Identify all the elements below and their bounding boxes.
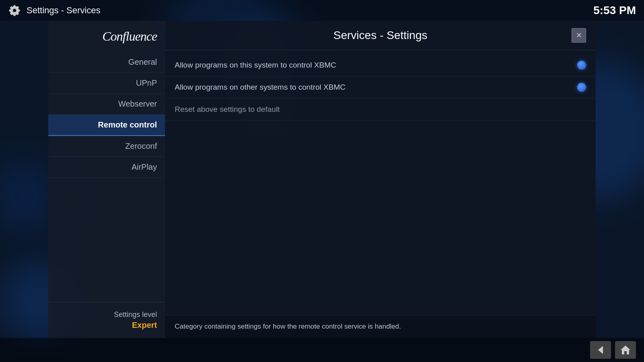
top-bar-title: Settings - Services: [27, 5, 100, 16]
home-icon: [620, 344, 631, 356]
sidebar-item-general[interactable]: General: [48, 52, 165, 73]
setting-row-allow-other-systems[interactable]: Allow programs on other systems to contr…: [165, 76, 596, 99]
svg-marker-0: [598, 346, 603, 354]
toggle-on-indicator-2: [577, 83, 586, 92]
setting-row-allow-this-system[interactable]: Allow programs on this system to control…: [165, 54, 596, 76]
sidebar-item-upnp[interactable]: UPnP: [48, 73, 165, 94]
bottom-bar: [0, 338, 644, 362]
svg-marker-1: [621, 346, 630, 354]
gear-icon: [8, 4, 21, 17]
setting-row-reset-defaults[interactable]: Reset above settings to default: [165, 99, 596, 121]
logo-text: Confluence: [102, 29, 157, 43]
top-bar-left: Settings - Services: [8, 4, 100, 17]
sidebar-item-remote-control[interactable]: Remote control: [48, 115, 165, 136]
logo: Confluence: [102, 29, 165, 44]
dialog: Confluence General UPnP Webserver Remote…: [48, 21, 596, 338]
settings-level-label: Settings level: [48, 311, 157, 319]
settings-level-value: Expert: [48, 321, 157, 330]
setting-label-reset-defaults: Reset above settings to default: [175, 105, 280, 114]
clock: 5:53 PM: [593, 4, 636, 17]
settings-list: Allow programs on this system to control…: [165, 50, 596, 315]
toggle-allow-other-systems[interactable]: [577, 83, 586, 92]
sidebar: Confluence General UPnP Webserver Remote…: [48, 21, 165, 338]
sidebar-item-airplay[interactable]: AirPlay: [48, 157, 165, 178]
sidebar-item-webserver[interactable]: Webserver: [48, 94, 165, 115]
content-header: Services - Settings ✕: [165, 21, 596, 50]
setting-label-allow-this-system: Allow programs on this system to control…: [175, 61, 336, 70]
back-icon: [595, 344, 606, 356]
back-button[interactable]: [590, 341, 611, 359]
sidebar-nav: General UPnP Webserver Remote control Ze…: [48, 52, 165, 302]
toggle-on-indicator: [577, 61, 586, 70]
setting-label-allow-other-systems: Allow programs on other systems to contr…: [175, 83, 346, 92]
settings-level-section: Settings level Expert: [48, 302, 165, 338]
content-panel: Services - Settings ✕ Allow programs on …: [165, 21, 596, 338]
close-button[interactable]: ✕: [572, 28, 586, 43]
description-bar: Category containing settings for how the…: [165, 315, 596, 338]
toggle-allow-this-system[interactable]: [577, 61, 586, 70]
description-text: Category containing settings for how the…: [175, 323, 401, 330]
top-bar: Settings - Services 5:53 PM: [0, 0, 644, 21]
home-button[interactable]: [615, 341, 636, 359]
sidebar-item-zeroconf[interactable]: Zeroconf: [48, 136, 165, 157]
content-title: Services - Settings: [189, 29, 572, 42]
